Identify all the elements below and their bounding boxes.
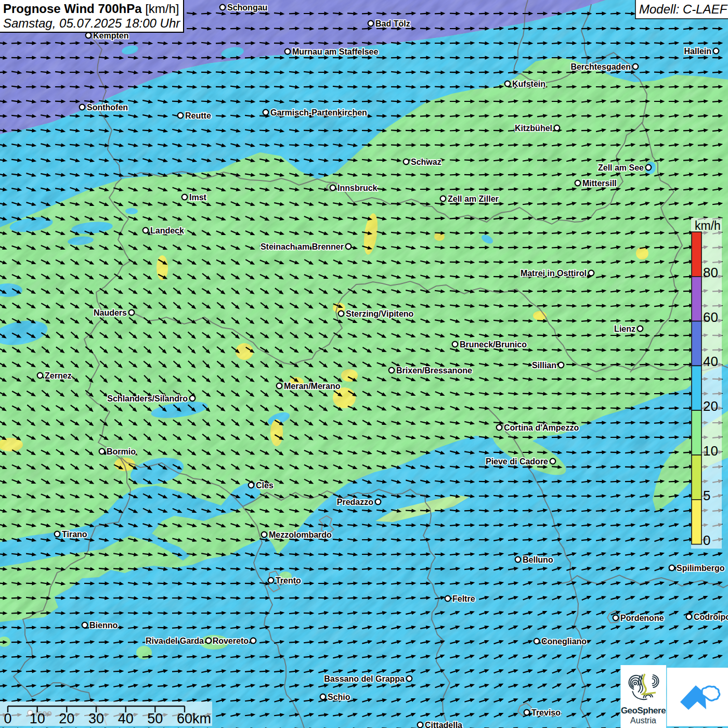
svg-text:60: 60 xyxy=(703,309,718,325)
svg-text:Spilimbergo: Spilimbergo xyxy=(677,564,725,573)
svg-text:Mittersill: Mittersill xyxy=(582,179,617,188)
svg-text:GeoSphere: GeoSphere xyxy=(621,706,666,716)
svg-text:50: 50 xyxy=(147,711,163,726)
svg-text:Austria: Austria xyxy=(630,716,656,725)
svg-text:Predazzo: Predazzo xyxy=(337,498,373,506)
svg-text:Berchtesgaden: Berchtesgaden xyxy=(570,62,631,71)
svg-text:Cortina d'Ampezzo: Cortina d'Ampezzo xyxy=(504,423,579,432)
svg-text:Cles: Cles xyxy=(256,481,274,490)
svg-text:60km: 60km xyxy=(177,711,211,726)
svg-text:Cittadella: Cittadella xyxy=(425,721,462,728)
svg-text:40: 40 xyxy=(118,711,134,726)
svg-text:Trento: Trento xyxy=(276,576,301,585)
svg-text:80: 80 xyxy=(703,265,718,280)
svg-text:Bruneck/Brunico: Bruneck/Brunico xyxy=(460,340,527,349)
svg-text:20: 20 xyxy=(59,711,74,726)
svg-text:Hallein: Hallein xyxy=(684,47,711,56)
svg-text:Rovereto: Rovereto xyxy=(213,636,249,645)
svg-text:Tirano: Tirano xyxy=(62,530,87,539)
svg-text:Landeck: Landeck xyxy=(150,226,184,235)
svg-text:0: 0 xyxy=(4,711,11,726)
svg-text:Samstag, 05.07.2025 18:00 Uhr: Samstag, 05.07.2025 18:00 Uhr xyxy=(3,16,180,30)
svg-text:Schongau: Schongau xyxy=(227,3,267,12)
svg-text:Brixen/Bressanone: Brixen/Bressanone xyxy=(396,366,472,375)
svg-text:Lienz: Lienz xyxy=(614,324,635,333)
svg-text:Zell am See: Zell am See xyxy=(598,163,644,172)
svg-text:Treviso: Treviso xyxy=(531,708,561,717)
svg-text:Reutte: Reutte xyxy=(185,111,211,120)
svg-text:km/h: km/h xyxy=(695,219,721,232)
svg-text:20: 20 xyxy=(703,398,718,414)
svg-text:Imst: Imst xyxy=(189,193,207,202)
svg-text:Schlanders/Silandro: Schlanders/Silandro xyxy=(107,394,188,403)
svg-text:Codroipo: Codroipo xyxy=(694,613,728,621)
svg-text:30: 30 xyxy=(88,711,104,726)
svg-text:Kitzbühel: Kitzbühel xyxy=(515,124,552,133)
svg-text:Feltre: Feltre xyxy=(452,594,475,603)
svg-text:Sterzing/Vipiteno: Sterzing/Vipiteno xyxy=(346,309,414,318)
svg-text:Bienno: Bienno xyxy=(89,621,118,630)
svg-text:Sonthofen: Sonthofen xyxy=(87,103,128,112)
svg-text:Bassano del Grappa: Bassano del Grappa xyxy=(324,674,405,683)
svg-text:Sillian: Sillian xyxy=(532,361,556,370)
svg-text:Pieve di Cadore: Pieve di Cadore xyxy=(486,457,548,466)
svg-text:40: 40 xyxy=(703,354,718,369)
svg-text:10: 10 xyxy=(30,711,45,726)
svg-text:5: 5 xyxy=(703,488,710,503)
svg-text:Pordenone: Pordenone xyxy=(620,614,664,622)
svg-text:Mezzolombardo: Mezzolombardo xyxy=(269,530,332,539)
svg-text:10: 10 xyxy=(703,443,718,459)
svg-text:Nauders: Nauders xyxy=(94,308,127,317)
svg-text:Belluno: Belluno xyxy=(523,555,553,564)
svg-text:0: 0 xyxy=(703,532,710,548)
svg-text:Garmisch-Partenkirchen: Garmisch-Partenkirchen xyxy=(270,108,367,117)
svg-text:Conegliano: Conegliano xyxy=(541,637,587,646)
svg-text:Steinach am Brenner: Steinach am Brenner xyxy=(261,242,344,251)
svg-text:Schio: Schio xyxy=(328,693,350,701)
svg-text:Zell am Ziller: Zell am Ziller xyxy=(448,194,499,203)
svg-text:Bormio: Bormio xyxy=(107,447,136,456)
svg-text:Bad Tölz: Bad Tölz xyxy=(375,19,410,28)
svg-text:Matrei in Osttirol: Matrei in Osttirol xyxy=(521,269,587,278)
svg-text:Schwaz: Schwaz xyxy=(411,158,441,166)
svg-text:Prognose Wind 700hPa [km/h]: Prognose Wind 700hPa [km/h] xyxy=(3,2,179,16)
svg-text:Zernez: Zernez xyxy=(45,371,72,380)
svg-text:Murnau am Staffelsee: Murnau am Staffelsee xyxy=(292,47,378,56)
svg-text:Meran/Merano: Meran/Merano xyxy=(284,382,341,391)
svg-text:Kufstein: Kufstein xyxy=(512,80,545,88)
svg-text:Riva del Garda: Riva del Garda xyxy=(146,636,204,645)
svg-text:Innsbruck: Innsbruck xyxy=(337,184,378,192)
svg-text:Modell: C-LAEF: Modell: C-LAEF xyxy=(639,2,728,16)
